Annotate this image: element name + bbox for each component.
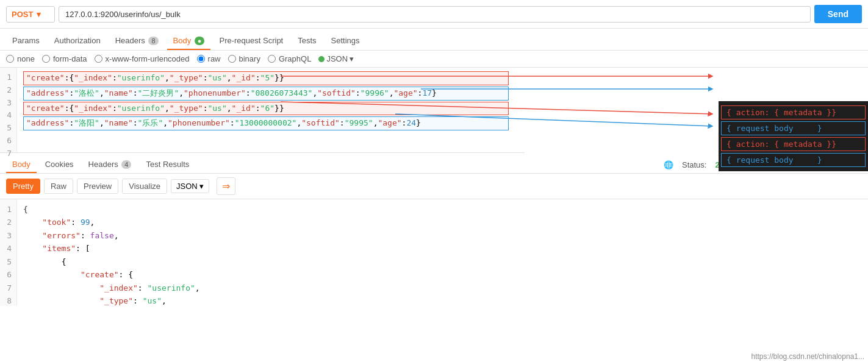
status-label: Status: (682, 160, 706, 169)
tooltip-line-2: { request body } (721, 121, 866, 135)
tab-settings[interactable]: Settings (325, 32, 366, 50)
response-body[interactable]: 123456789 { "took": 99, "errors": false,… (0, 199, 868, 306)
line-numbers: 1234567 (0, 68, 17, 152)
option-raw[interactable]: raw (197, 54, 221, 63)
tab-body[interactable]: Body ● (167, 32, 211, 50)
body-badge: ● (195, 37, 205, 45)
body-options: none form-data x-www-form-urlencoded raw… (0, 51, 868, 68)
view-pretty[interactable]: Pretty (6, 179, 40, 194)
format-label: JSON (176, 182, 198, 191)
top-bar: POST ▾ Send (0, 0, 868, 29)
resp-line-5: { (23, 255, 862, 268)
headers-badge: 8 (148, 37, 158, 45)
option-form-data[interactable]: form-data (42, 54, 87, 63)
method-dropdown[interactable]: POST ▾ (6, 6, 55, 23)
send-button[interactable]: Send (814, 5, 862, 23)
tooltip-line-4: { request body } (721, 153, 866, 167)
response-code: { "took": 99, "errors": false, "items": … (17, 199, 868, 306)
option-graphql[interactable]: GraphQL (268, 54, 311, 63)
tab-authorization[interactable]: Authorization (48, 32, 107, 50)
option-none[interactable]: none (6, 54, 35, 63)
resp-line-6: "create": { (23, 268, 862, 281)
resp-line-2: "took": 99, (23, 216, 862, 229)
view-raw[interactable]: Raw (44, 179, 73, 194)
code-line-1: "create":{"_index":"userinfo","_type":"u… (23, 71, 509, 85)
globe-icon: 🌐 (664, 160, 673, 169)
resp-line-1: { (23, 203, 862, 216)
response-section: Body Cookies Headers 4 Test Results 🌐 St… (0, 153, 868, 306)
wrap-button[interactable]: ⇒ (217, 177, 235, 195)
format-select[interactable]: JSON ▾ (171, 179, 209, 193)
code-editor[interactable]: "create":{"_index":"userinfo","_type":"u… (17, 68, 525, 152)
code-line-2: "address":"洛松","name":"二好炎男","phonenumbe… (23, 87, 509, 101)
footer-url: https://blog.csdn.net/chinalopna1... (748, 351, 868, 362)
code-line-6 (23, 143, 518, 152)
response-tab-test-results[interactable]: Test Results (140, 157, 195, 173)
response-line-numbers: 123456789 (0, 199, 17, 306)
option-urlencoded[interactable]: x-www-form-urlencoded (95, 54, 190, 63)
headers-count-badge: 4 (121, 160, 131, 169)
request-tabs: Params Authorization Headers 8 Body ● Pr… (0, 29, 868, 51)
view-visualize[interactable]: Visualize (122, 179, 167, 194)
view-preview[interactable]: Preview (77, 179, 118, 194)
resp-line-4: "items": [ (23, 242, 862, 255)
resp-line-3: "errors": false, (23, 229, 862, 242)
format-arrow-icon: ▾ (199, 182, 204, 191)
resp-line-8: "_type": "us", (23, 294, 862, 306)
tab-headers[interactable]: Headers 8 (109, 32, 165, 50)
option-binary[interactable]: binary (228, 54, 260, 63)
tab-params[interactable]: Params (6, 32, 46, 50)
json-label: JSON (326, 54, 348, 63)
tooltip-panel: { action: { metadata }} { request body }… (719, 101, 868, 171)
tooltip-line-3: { action: { metadata }} (721, 137, 866, 151)
dropdown-arrow-icon: ▾ (37, 10, 41, 19)
code-line-3: "create":{"_index":"userinfo","_type":"u… (23, 102, 509, 116)
tab-tests[interactable]: Tests (292, 32, 322, 50)
json-dot (318, 56, 325, 62)
response-view-row: Pretty Raw Preview Visualize JSON ▾ ⇒ (0, 174, 868, 199)
method-label: POST (12, 10, 33, 19)
code-line-4: "address":"洛阳","name":"乐乐","phonenumber"… (23, 116, 509, 130)
resp-line-7: "_index": "userinfo", (23, 282, 862, 294)
code-line-5 (23, 130, 518, 143)
response-tab-cookies[interactable]: Cookies (39, 157, 80, 173)
json-format-select[interactable]: JSON ▾ (318, 54, 354, 63)
json-arrow-icon: ▾ (350, 54, 354, 63)
response-tab-headers[interactable]: Headers 4 (82, 157, 138, 173)
tab-pre-request[interactable]: Pre-request Script (213, 32, 289, 50)
url-input[interactable] (59, 6, 811, 23)
request-editor[interactable]: 1234567 "create":{"_index":"userinfo","_… (0, 68, 525, 153)
tooltip-line-1: { action: { metadata }} (721, 105, 866, 119)
